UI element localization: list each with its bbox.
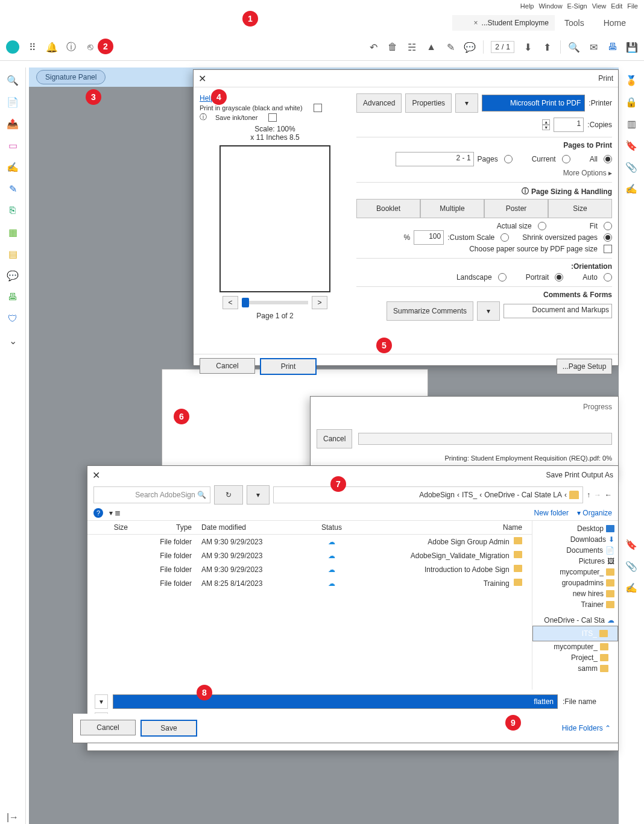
nav-back-icon[interactable]: ← — [605, 491, 612, 499]
seg-multiple-button[interactable]: Multiple — [420, 199, 484, 218]
zoom-icon[interactable]: 🔍 — [6, 74, 19, 87]
seg-size-button[interactable]: Size — [548, 199, 612, 218]
tree-onedrive[interactable]: ☁OneDrive - Cal Sta — [532, 615, 618, 626]
advanced-button[interactable]: Advanced — [356, 93, 402, 113]
save-close-icon[interactable]: ✕ — [92, 470, 100, 481]
crumb-dropdown-icon[interactable]: ▾ — [247, 485, 270, 505]
preview-slider-thumb[interactable] — [242, 298, 249, 307]
document-tab[interactable]: Student Employme... × — [452, 15, 555, 31]
portrait-radio[interactable] — [555, 273, 563, 281]
apps-icon[interactable]: ⠿ — [27, 41, 39, 53]
tree-mycomputer[interactable]: _mycomputer — [532, 567, 618, 577]
tree-trainer[interactable]: Trainer — [532, 599, 618, 610]
organize-button[interactable]: Organize ▾ — [577, 509, 612, 517]
menu-view[interactable]: View — [592, 2, 607, 10]
stamp-icon[interactable]: ☵ — [406, 41, 418, 53]
seg-poster-button[interactable]: Poster — [484, 199, 548, 218]
prev-page-button[interactable]: < — [312, 296, 327, 309]
custom-scale-input[interactable]: 100 — [414, 230, 444, 245]
file-list-header[interactable]: Name Status Date modified Type Size — [87, 521, 532, 535]
saveink-info-icon[interactable]: ⓘ — [200, 112, 207, 122]
menu-help[interactable]: Help — [520, 2, 534, 10]
save-icon[interactable]: 💾 — [626, 41, 638, 53]
save-cancel-button[interactable]: Cancel — [80, 720, 136, 735]
printer-select[interactable]: Microsoft Print to PDF — [482, 95, 585, 112]
pages-range-input[interactable]: 1 - 2 — [396, 152, 474, 166]
menu-window[interactable]: Window — [538, 2, 562, 10]
lock-icon[interactable]: 🔒 — [625, 95, 638, 109]
breadcrumb[interactable]: ›OneDrive - Cal State LA ›_ITS ›AdobeSig… — [273, 486, 583, 503]
copies-up-icon[interactable]: ▲ — [542, 119, 550, 125]
bell-icon[interactable]: 🔔 — [46, 41, 58, 53]
signature-icon[interactable]: ✍ — [625, 182, 638, 195]
choose-paper-checkbox[interactable] — [604, 245, 612, 253]
next-page-button[interactable]: > — [223, 296, 238, 309]
sign-tool-icon[interactable]: ✍ — [6, 160, 19, 174]
page-up-icon[interactable]: ⬆ — [541, 41, 553, 53]
printer-dropdown-icon[interactable]: ▾ — [455, 93, 478, 113]
file-row[interactable]: Introduction to Adobe Sign☁9/29/2023 9:3… — [87, 562, 532, 576]
file-row[interactable]: Adobe Sign Group Admin☁9/29/2023 9:30 AM… — [87, 535, 532, 549]
tree-newhires[interactable]: new hires — [532, 588, 618, 599]
landscape-radio[interactable] — [498, 273, 507, 281]
close-icon[interactable]: ✕ — [198, 73, 206, 84]
pages-current-radio[interactable] — [562, 155, 570, 163]
signature-panel-button[interactable]: Signature Panel — [36, 70, 106, 84]
custom-radio[interactable] — [500, 233, 509, 242]
comment-icon[interactable]: 💬 — [464, 41, 476, 53]
edit-icon[interactable]: ▭ — [6, 139, 19, 152]
comments-dropdown-icon[interactable]: ▾ — [477, 301, 500, 321]
crumb-2[interactable]: AdobeSign — [419, 491, 455, 499]
refresh-button[interactable]: ↻ — [214, 485, 243, 505]
saveink-checkbox[interactable] — [268, 113, 277, 122]
actual-radio[interactable] — [538, 222, 546, 230]
tool-a-icon[interactable]: ▦ — [6, 225, 19, 239]
signature2-icon[interactable]: ✍ — [625, 581, 638, 594]
share-icon[interactable]: ⎋ — [84, 41, 96, 53]
pages-all-radio[interactable] — [604, 155, 612, 163]
close-tab-icon[interactable]: × — [474, 19, 478, 27]
tree-project[interactable]: _Project — [532, 652, 618, 663]
ribbon-icon[interactable]: 🏅 — [625, 74, 638, 87]
auto-radio[interactable] — [604, 273, 612, 281]
shrink-radio[interactable] — [604, 233, 612, 242]
tab-tools[interactable]: Tools — [555, 14, 594, 31]
attachment2-icon[interactable]: 📎 — [625, 559, 638, 573]
undo-icon[interactable]: ↶ — [367, 41, 379, 53]
highlight-icon[interactable]: ▲ — [425, 41, 437, 53]
organize-icon[interactable]: ⎘ — [6, 204, 19, 217]
protect-icon[interactable]: 🛡 — [6, 312, 19, 326]
menu-edit[interactable]: Edit — [611, 2, 622, 10]
info-icon[interactable]: ⓘ — [522, 186, 529, 197]
pages-icon[interactable]: ▥ — [625, 117, 638, 130]
page-indicator[interactable]: 1 / 2 — [491, 41, 514, 53]
progress-cancel-button[interactable]: Cancel — [317, 429, 352, 448]
help-button[interactable]: ? — [93, 508, 103, 518]
new-folder-button[interactable]: New folder — [534, 509, 569, 517]
avatar[interactable] — [6, 40, 19, 54]
hide-folders-button[interactable]: ⌃ Hide Folders — [562, 724, 611, 732]
tree-downloads[interactable]: ⬇Downloads — [532, 534, 618, 545]
crumb-1[interactable]: _ITS — [462, 491, 477, 499]
menu-file[interactable]: File — [627, 2, 638, 10]
tab-home[interactable]: Home — [594, 14, 636, 31]
print-cancel-button[interactable]: Cancel — [200, 358, 255, 374]
pages-range-radio[interactable] — [504, 155, 513, 163]
tree-documents[interactable]: 📄Documents — [532, 545, 618, 556]
bookmark-icon[interactable]: 🔖 — [625, 139, 638, 152]
tool-b-icon[interactable]: ▤ — [6, 247, 19, 260]
nav-up-icon[interactable]: ↑ — [587, 491, 590, 499]
collapse-icon[interactable]: →| — [6, 811, 19, 824]
attachment-icon[interactable]: 📎 — [625, 160, 638, 174]
grayscale-checkbox[interactable] — [314, 104, 322, 112]
search-icon[interactable]: 🔍 — [568, 41, 580, 53]
copies-input[interactable]: 1 — [554, 118, 584, 132]
properties-button[interactable]: Properties — [405, 93, 452, 113]
search-input[interactable]: 🔍 Search AdobeSign — [93, 486, 210, 503]
tree-mycomp2[interactable]: _mycomputer — [532, 641, 618, 652]
print-icon[interactable]: 🖶 — [607, 41, 619, 53]
summarize-button[interactable]: Summarize Comments — [387, 301, 473, 321]
fit-radio[interactable] — [604, 222, 612, 230]
tree-pictures[interactable]: 🖼Pictures — [532, 556, 618, 567]
file-row[interactable]: AdobeSign_Validate_Migration☁9/29/2023 9… — [87, 549, 532, 562]
